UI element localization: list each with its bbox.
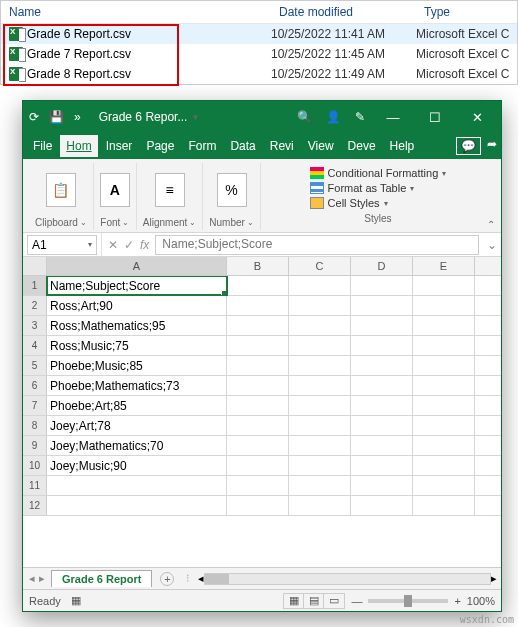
comments-icon[interactable]: 💬 [456, 137, 481, 155]
cell[interactable] [289, 476, 351, 495]
cell[interactable] [227, 296, 289, 315]
cell[interactable] [351, 356, 413, 375]
name-box[interactable]: A1▾ [27, 235, 97, 255]
col-header[interactable]: A [47, 257, 227, 275]
cell[interactable]: Phoebe;Art;85 [47, 396, 227, 415]
zoom-level[interactable]: 100% [467, 595, 495, 607]
cell[interactable] [289, 496, 351, 515]
paste-button[interactable]: 📋 [46, 173, 76, 207]
cell[interactable] [413, 296, 475, 315]
row-header[interactable]: 9 [23, 436, 47, 455]
scroll-right-icon[interactable]: ▸ [491, 572, 497, 585]
col-header-name[interactable]: Name [9, 5, 279, 19]
row-header[interactable]: 11 [23, 476, 47, 495]
share-icon[interactable]: ➦ [487, 137, 497, 155]
row-header[interactable]: 3 [23, 316, 47, 335]
zoom-slider[interactable] [368, 599, 448, 603]
alignment-button[interactable]: ≡ [155, 173, 185, 207]
col-header-type[interactable]: Type [424, 5, 509, 19]
menu-view[interactable]: View [302, 135, 340, 157]
cell[interactable] [413, 356, 475, 375]
page-layout-button[interactable]: ▤ [304, 594, 324, 608]
menu-help[interactable]: Help [384, 135, 421, 157]
cell[interactable]: Joey;Mathematics;70 [47, 436, 227, 455]
cell[interactable] [47, 496, 227, 515]
format-as-table-button[interactable]: Format as Table ▾ [310, 182, 415, 194]
cell[interactable] [351, 496, 413, 515]
tab-next-icon[interactable]: ▸ [39, 572, 45, 585]
enter-icon[interactable]: ✓ [124, 238, 134, 252]
h-scrollbar[interactable] [204, 573, 491, 585]
cell[interactable] [227, 496, 289, 515]
formula-input[interactable]: Name;Subject;Score [155, 235, 479, 255]
cell[interactable] [413, 456, 475, 475]
maximize-button[interactable]: ☐ [421, 110, 449, 125]
cell[interactable] [47, 476, 227, 495]
cell[interactable] [413, 416, 475, 435]
cell[interactable] [351, 316, 413, 335]
menu-formulas[interactable]: Form [182, 135, 222, 157]
cell[interactable] [227, 456, 289, 475]
cell[interactable] [351, 396, 413, 415]
launcher-icon[interactable]: ⌄ [122, 218, 129, 227]
col-header[interactable]: C [289, 257, 351, 275]
row-header[interactable]: 12 [23, 496, 47, 515]
cell[interactable] [289, 436, 351, 455]
cell[interactable] [351, 476, 413, 495]
row-header[interactable]: 2 [23, 296, 47, 315]
cell[interactable] [413, 376, 475, 395]
cell[interactable]: Ross;Art;90 [47, 296, 227, 315]
cell[interactable] [351, 436, 413, 455]
cell[interactable]: Name;Subject;Score [47, 276, 227, 295]
font-button[interactable]: A [100, 173, 130, 207]
cell[interactable] [227, 276, 289, 295]
row-header[interactable]: 5 [23, 356, 47, 375]
cell[interactable] [289, 336, 351, 355]
launcher-icon[interactable]: ⌄ [247, 218, 254, 227]
cell[interactable]: Joey;Art;78 [47, 416, 227, 435]
cell[interactable] [289, 276, 351, 295]
cell[interactable]: Phoebe;Mathematics;73 [47, 376, 227, 395]
cell[interactable] [227, 376, 289, 395]
conditional-formatting-button[interactable]: Conditional Formatting ▾ [310, 167, 447, 179]
select-all-corner[interactable] [23, 257, 47, 275]
menu-insert[interactable]: Inser [100, 135, 139, 157]
minimize-button[interactable]: — [379, 110, 407, 125]
file-row[interactable]: Grade 8 Report.csv 10/25/2022 11:49 AM M… [1, 64, 517, 84]
account-icon[interactable]: 👤 [326, 110, 341, 124]
cell[interactable] [289, 456, 351, 475]
col-header[interactable]: D [351, 257, 413, 275]
zoom-in-button[interactable]: + [454, 595, 460, 607]
collapse-ribbon-icon[interactable]: ⌃ [487, 219, 495, 230]
row-header[interactable]: 6 [23, 376, 47, 395]
draw-icon[interactable]: ✎ [355, 110, 365, 124]
file-row[interactable]: Grade 7 Report.csv 10/25/2022 11:45 AM M… [1, 44, 517, 64]
close-button[interactable]: ✕ [463, 110, 491, 125]
cell[interactable] [289, 376, 351, 395]
launcher-icon[interactable]: ⌄ [80, 218, 87, 227]
fx-icon[interactable]: fx [140, 238, 149, 252]
cell[interactable] [413, 276, 475, 295]
number-button[interactable]: % [217, 173, 247, 207]
menu-page[interactable]: Page [140, 135, 180, 157]
cell[interactable] [413, 436, 475, 455]
cell[interactable] [289, 416, 351, 435]
cell[interactable] [227, 336, 289, 355]
sheet-tab[interactable]: Grade 6 Report [51, 570, 152, 587]
menu-review[interactable]: Revi [264, 135, 300, 157]
cancel-icon[interactable]: ✕ [108, 238, 118, 252]
more-icon[interactable]: » [74, 110, 81, 124]
cell[interactable] [413, 316, 475, 335]
macro-icon[interactable]: ▦ [71, 594, 81, 607]
cell-styles-button[interactable]: Cell Styles ▾ [310, 197, 388, 209]
col-header-date[interactable]: Date modified [279, 5, 424, 19]
cell[interactable] [289, 316, 351, 335]
save-icon[interactable]: 💾 [49, 110, 64, 124]
zoom-out-button[interactable]: — [351, 595, 362, 607]
cell[interactable] [227, 316, 289, 335]
row-header[interactable]: 1 [23, 276, 47, 295]
cell[interactable]: Phoebe;Music;85 [47, 356, 227, 375]
cell[interactable] [351, 416, 413, 435]
menu-data[interactable]: Data [224, 135, 261, 157]
autosave-icon[interactable]: ⟳ [29, 110, 39, 124]
